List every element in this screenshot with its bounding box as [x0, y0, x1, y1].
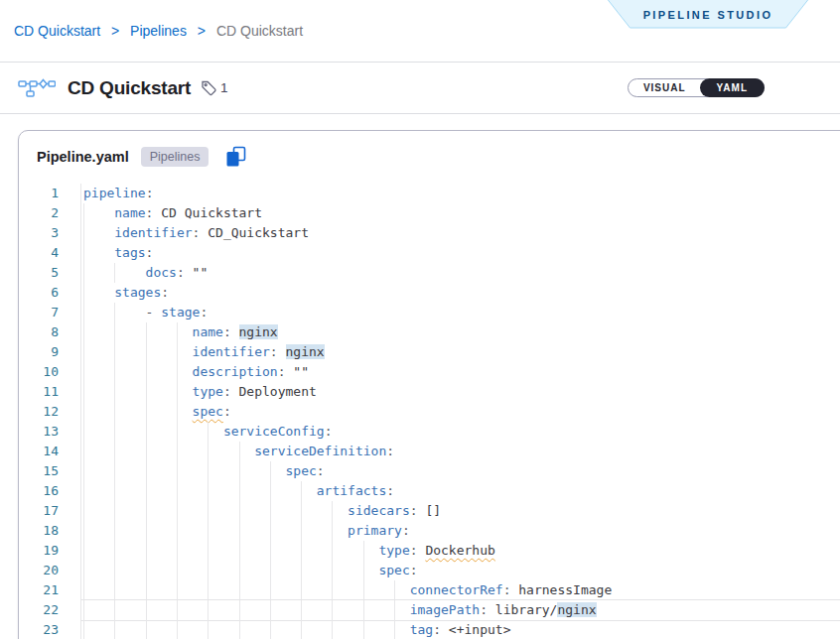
visual-yaml-toggle: VISUAL YAML	[628, 78, 765, 97]
page-title: CD Quickstart	[68, 77, 191, 99]
pipeline-studio-page: { "breadcrumb": { "separator": ">", "ite…	[0, 0, 840, 639]
tag-icon	[201, 79, 217, 96]
breadcrumb-current: CD Quickstart	[216, 23, 303, 39]
line-content: docs: ""	[80, 263, 840, 283]
yaml-code-editor[interactable]: 1pipeline:2name: CD Quickstart3identifie…	[19, 184, 840, 639]
pipeline-icon	[18, 77, 56, 98]
breadcrumb-project-link[interactable]: CD Quickstart	[14, 23, 100, 39]
line-content: serviceDefinition:	[80, 442, 840, 461]
code-line-13[interactable]: 13serviceConfig:	[19, 422, 840, 442]
line-content: name: CD Quickstart	[80, 203, 840, 223]
code-line-8[interactable]: 8name: nginx	[19, 322, 840, 342]
file-name: Pipeline.yaml	[37, 149, 129, 165]
line-number: 23	[19, 620, 80, 639]
line-content: spec:	[80, 561, 840, 580]
line-number: 3	[19, 223, 80, 243]
code-line-5[interactable]: 5docs: ""	[19, 263, 840, 283]
toggle-visual[interactable]: VISUAL	[629, 82, 701, 93]
line-number: 21	[19, 580, 80, 600]
line-number: 2	[19, 203, 80, 223]
line-content: name: nginx	[80, 322, 840, 342]
code-line-1[interactable]: 1pipeline:	[19, 184, 840, 203]
line-number: 15	[19, 461, 80, 481]
line-number: 8	[19, 322, 80, 342]
code-line-12[interactable]: 12spec:	[19, 402, 840, 422]
line-number: 20	[19, 561, 80, 580]
line-number: 7	[19, 303, 80, 322]
line-number: 14	[19, 442, 80, 461]
code-line-17[interactable]: 17sidecars: []	[19, 501, 840, 521]
line-number: 5	[19, 263, 80, 283]
line-number: 9	[19, 342, 80, 362]
line-content: tags:	[80, 243, 840, 263]
code-line-14[interactable]: 14serviceDefinition:	[19, 442, 840, 461]
tag-count: 1	[220, 80, 228, 95]
code-line-21[interactable]: 21connectorRef: harnessImage	[19, 580, 840, 600]
code-line-3[interactable]: 3identifier: CD_Quickstart	[19, 223, 840, 243]
line-content: imagePath: library/nginx	[80, 600, 840, 620]
breadcrumb-pipelines-link[interactable]: Pipelines	[130, 23, 187, 39]
code-line-22[interactable]: 22imagePath: library/nginx	[19, 600, 840, 620]
code-line-11[interactable]: 11type: Deployment	[19, 382, 840, 402]
line-number: 1	[19, 184, 80, 203]
line-number: 22	[19, 600, 80, 620]
line-content: primary:	[80, 521, 840, 541]
code-line-2[interactable]: 2name: CD Quickstart	[19, 203, 840, 223]
line-number: 10	[19, 362, 80, 382]
line-content: connectorRef: harnessImage	[80, 580, 840, 600]
code-line-4[interactable]: 4tags:	[19, 243, 840, 263]
code-line-15[interactable]: 15spec:	[19, 461, 840, 481]
pipeline-studio-label: PIPELINE STUDIO	[643, 9, 773, 21]
line-number: 12	[19, 402, 80, 422]
code-line-20[interactable]: 20spec:	[19, 561, 840, 580]
code-line-6[interactable]: 6stages:	[19, 283, 840, 303]
line-content: identifier: CD_Quickstart	[80, 223, 840, 243]
line-content: identifier: nginx	[80, 342, 840, 362]
code-line-10[interactable]: 10description: ""	[19, 362, 840, 382]
line-content: description: ""	[80, 362, 840, 382]
breadcrumb-separator: >	[198, 23, 206, 39]
line-number: 18	[19, 521, 80, 541]
code-line-18[interactable]: 18primary:	[19, 521, 840, 541]
line-content: artifacts:	[80, 481, 840, 501]
line-content: type: Dockerhub	[80, 541, 840, 561]
code-line-19[interactable]: 19type: Dockerhub	[19, 541, 840, 561]
editor-header: Pipeline.yaml Pipelines	[19, 131, 840, 168]
line-content: tag: <+input>	[80, 620, 840, 639]
line-number: 16	[19, 481, 80, 501]
code-line-7[interactable]: 7- stage:	[19, 303, 840, 322]
line-content: spec:	[80, 461, 840, 481]
line-number: 13	[19, 422, 80, 442]
line-number: 11	[19, 382, 80, 402]
line-content: spec:	[80, 402, 840, 422]
title-bar: CD Quickstart 1 VISUAL YAML	[0, 63, 840, 114]
line-number: 6	[19, 283, 80, 303]
line-content: - stage:	[80, 303, 840, 322]
pipeline-studio-banner: PIPELINE STUDIO	[598, 0, 818, 29]
toggle-yaml[interactable]: YAML	[700, 78, 765, 97]
line-content: type: Deployment	[80, 382, 840, 402]
pipelines-badge: Pipelines	[141, 147, 210, 167]
line-content: pipeline:	[80, 184, 840, 203]
line-content: serviceConfig:	[80, 422, 840, 442]
line-content: stages:	[80, 283, 840, 303]
line-content: sidecars: []	[80, 501, 840, 521]
code-line-23[interactable]: 23tag: <+input>	[19, 620, 840, 639]
copy-icon[interactable]	[225, 146, 247, 168]
line-number: 17	[19, 501, 80, 521]
line-number: 19	[19, 541, 80, 561]
breadcrumb-separator: >	[111, 23, 119, 39]
code-line-9[interactable]: 9identifier: nginx	[19, 342, 840, 362]
code-line-16[interactable]: 16artifacts:	[19, 481, 840, 501]
yaml-editor-card: Pipeline.yaml Pipelines 1pipeline:2name:…	[18, 130, 840, 639]
line-number: 4	[19, 243, 80, 263]
